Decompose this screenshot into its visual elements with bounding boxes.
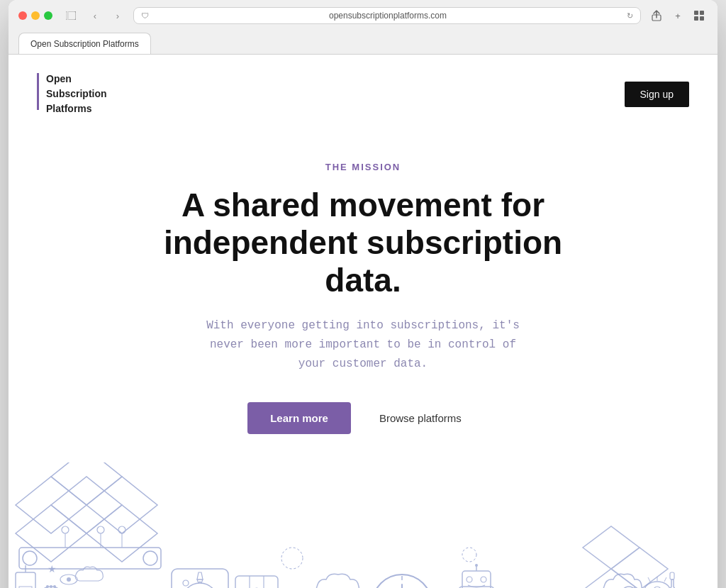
hero-subtitle: With everyone getting into subscriptions… [193, 316, 533, 375]
svg-point-40 [183, 580, 189, 586]
address-bar[interactable]: 🛡 opensubscriptionplatforms.com ↻ [133, 7, 641, 24]
maximize-button[interactable] [44, 11, 52, 20]
svg-point-79 [475, 564, 478, 567]
svg-point-80 [467, 577, 472, 582]
svg-text:★: ★ [48, 563, 57, 575]
logo-text: Open Subscription Platforms [46, 72, 107, 116]
window-controls [62, 9, 79, 22]
svg-rect-3 [694, 11, 698, 15]
minimize-button[interactable] [31, 11, 40, 20]
svg-point-81 [481, 577, 486, 582]
svg-rect-41 [235, 576, 278, 588]
svg-point-21 [67, 577, 71, 582]
svg-point-8 [23, 551, 37, 565]
browser-tabs: Open Subscription Platforms [18, 31, 708, 54]
svg-line-98 [648, 577, 650, 582]
browser-window: ‹ › 🛡 opensubscriptionplatforms.com ↻ + [9, 0, 717, 588]
illustration-area: ★ [9, 462, 717, 588]
hero-illustration: ★ [9, 462, 717, 588]
active-tab[interactable]: Open Subscription Platforms [18, 33, 151, 54]
sidebar-toggle-button[interactable] [62, 9, 79, 22]
svg-point-13 [97, 526, 104, 533]
page-content: Open Subscription Platforms Sign up THE … [9, 55, 717, 588]
svg-rect-16 [16, 572, 35, 588]
svg-rect-5 [694, 16, 698, 21]
refresh-icon: ↻ [627, 11, 633, 21]
svg-line-100 [664, 577, 666, 582]
forward-button[interactable]: › [109, 7, 126, 24]
browse-platforms-button[interactable]: Browse platforms [362, 402, 479, 434]
svg-rect-4 [700, 11, 704, 15]
security-icon: 🛡 [141, 11, 149, 20]
hero-buttons: Learn more Browse platforms [37, 402, 689, 434]
hero-title: A shared movement for independent subscr… [122, 187, 604, 299]
svg-rect-36 [172, 569, 228, 588]
svg-point-11 [62, 526, 69, 533]
url-text: opensubscriptionplatforms.com [153, 11, 622, 21]
browser-nav: ‹ › [86, 7, 126, 24]
svg-point-105 [462, 548, 476, 562]
learn-more-button[interactable]: Learn more [247, 402, 351, 434]
browser-top-bar: ‹ › 🛡 opensubscriptionplatforms.com ↻ + [18, 7, 708, 24]
browser-chrome: ‹ › 🛡 opensubscriptionplatforms.com ↻ + [9, 0, 717, 55]
svg-rect-7 [19, 548, 161, 569]
hero-section: THE MISSION A shared movement for indepe… [9, 133, 717, 434]
grid-button[interactable] [691, 7, 708, 24]
svg-rect-1 [66, 11, 69, 20]
svg-point-15 [118, 526, 125, 533]
svg-rect-6 [700, 16, 704, 21]
mission-label: THE MISSION [37, 162, 689, 172]
svg-point-9 [143, 551, 157, 565]
svg-rect-102 [670, 572, 674, 579]
signup-button[interactable]: Sign up [625, 82, 689, 107]
share-button[interactable] [648, 7, 665, 24]
browser-actions: + [648, 7, 708, 24]
site-logo: Open Subscription Platforms [37, 72, 107, 116]
site-nav: Open Subscription Platforms Sign up [9, 55, 717, 133]
logo-bar [37, 73, 39, 110]
svg-point-104 [281, 548, 303, 569]
new-tab-button[interactable]: + [669, 7, 686, 24]
back-button[interactable]: ‹ [86, 7, 104, 24]
close-button[interactable] [18, 11, 27, 20]
traffic-lights [18, 11, 52, 20]
